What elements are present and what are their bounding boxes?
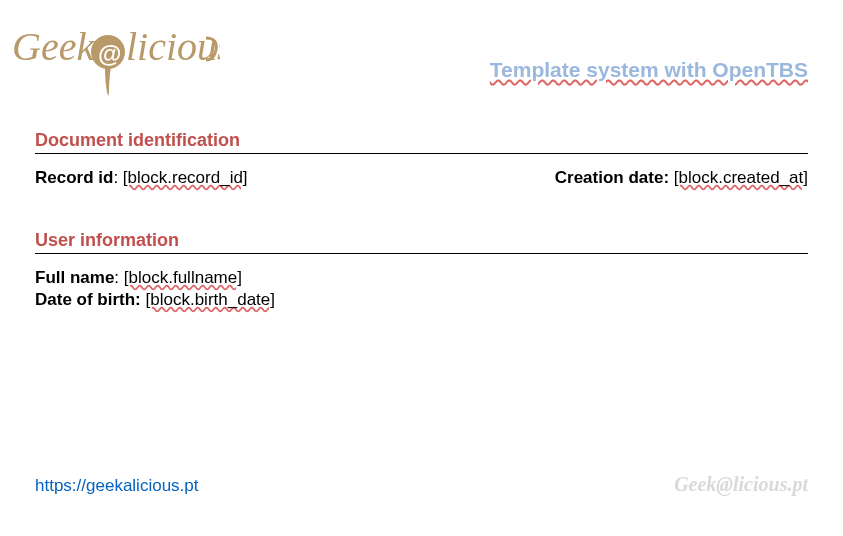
fullname-field: Full name: [block.fullname] xyxy=(35,268,242,288)
svg-text:@: @ xyxy=(98,40,121,67)
document-title: Template system with OpenTBS xyxy=(490,58,808,81)
watermark: Geek@licious.pt xyxy=(674,473,808,496)
content: Document identification Record id: [bloc… xyxy=(0,100,843,310)
header: Geek @ licious Template system with Open… xyxy=(0,0,843,100)
title-container: Template system with OpenTBS xyxy=(220,10,813,82)
footer-link[interactable]: https://geekalicious.pt xyxy=(35,476,198,496)
fullname-value: [block.fullname] xyxy=(124,268,242,287)
svg-text:licious: licious xyxy=(126,24,220,69)
dob-row: Date of birth: [block.birth_date] xyxy=(35,290,808,310)
fullname-row: Full name: [block.fullname] xyxy=(35,268,808,288)
section-heading-user: User information xyxy=(35,230,808,254)
creation-date-value: [block.created_at] xyxy=(674,168,808,187)
creation-date-label: Creation date: xyxy=(555,168,669,187)
logo: Geek @ licious xyxy=(10,10,220,100)
record-id-field: Record id: [block.record_id] xyxy=(35,168,248,188)
fullname-label: Full name xyxy=(35,268,114,287)
dob-field: Date of birth: [block.birth_date] xyxy=(35,290,275,310)
record-id-value: [block.record_id] xyxy=(123,168,248,187)
record-id-label: Record id xyxy=(35,168,113,187)
doc-id-row: Record id: [block.record_id] Creation da… xyxy=(35,168,808,188)
section-heading-doc-id: Document identification xyxy=(35,130,808,154)
creation-date-field: Creation date: [block.created_at] xyxy=(555,168,808,188)
dob-value: [block.birth_date] xyxy=(146,290,275,309)
dob-label: Date of birth: xyxy=(35,290,141,309)
footer: https://geekalicious.pt Geek@licious.pt xyxy=(35,473,808,496)
svg-text:Geek: Geek xyxy=(12,24,95,69)
